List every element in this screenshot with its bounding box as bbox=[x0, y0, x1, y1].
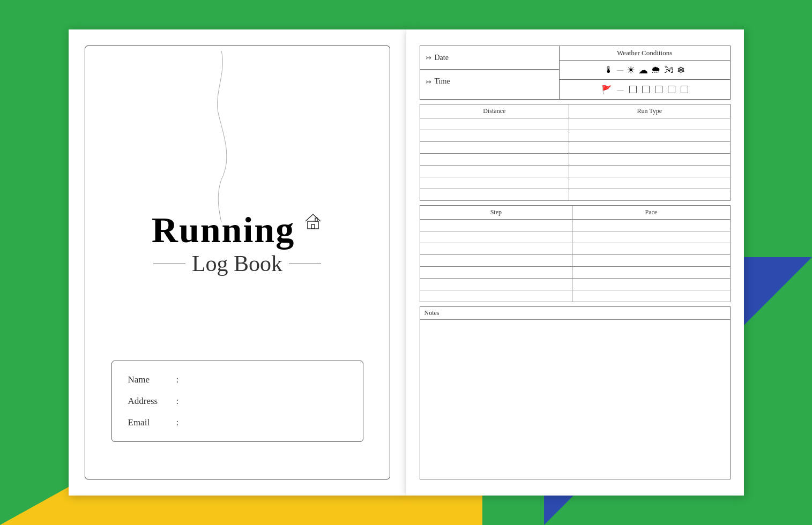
table-row bbox=[420, 231, 730, 243]
rain-icon: 🌧 bbox=[651, 64, 661, 76]
step-cell[interactable] bbox=[420, 231, 572, 243]
table-row bbox=[420, 220, 730, 231]
distance-cell[interactable] bbox=[420, 154, 569, 166]
date-arrow: ↣ bbox=[426, 54, 431, 62]
flag-icon: 🚩 bbox=[601, 85, 612, 95]
runtype-cell[interactable] bbox=[569, 154, 730, 166]
distance-cell[interactable] bbox=[420, 177, 569, 189]
weather-title: Weather Conditions bbox=[560, 46, 730, 61]
table-row bbox=[420, 189, 730, 201]
table-row bbox=[420, 267, 730, 279]
runtype-cell[interactable] bbox=[569, 142, 730, 154]
time-row: ↣ Time bbox=[420, 70, 559, 93]
weather-checkbox-2[interactable] bbox=[642, 86, 650, 93]
step-cell[interactable] bbox=[420, 290, 572, 302]
address-field: Address : bbox=[128, 396, 347, 407]
dash-1: — bbox=[617, 66, 623, 74]
table-row bbox=[420, 177, 730, 189]
pace-cell[interactable] bbox=[572, 279, 730, 290]
pace-cell[interactable] bbox=[572, 231, 730, 243]
distance-col-header: Distance bbox=[420, 104, 569, 118]
pace-cell[interactable] bbox=[572, 290, 730, 302]
table-row bbox=[420, 255, 730, 267]
name-field: Name : bbox=[128, 374, 347, 385]
table-row bbox=[420, 243, 730, 255]
runtype-cell[interactable] bbox=[569, 166, 730, 177]
date-time-column: ↣ Date ↣ Time bbox=[420, 46, 560, 99]
info-box: Name : Address : Email : bbox=[111, 361, 363, 442]
table-row bbox=[420, 130, 730, 142]
notes-body[interactable] bbox=[420, 320, 730, 479]
weather-checkbox-1[interactable] bbox=[629, 86, 637, 93]
distance-cell[interactable] bbox=[420, 166, 569, 177]
pace-cell[interactable] bbox=[572, 220, 730, 231]
thermometer-icon: 🌡 bbox=[604, 64, 614, 76]
name-separator: : bbox=[176, 374, 179, 385]
name-label: Name bbox=[128, 374, 176, 385]
dash-2: — bbox=[617, 86, 624, 94]
svg-rect-2 bbox=[315, 218, 317, 221]
table-row bbox=[420, 290, 730, 302]
email-field: Email : bbox=[128, 417, 347, 428]
running-title: Running bbox=[152, 212, 323, 248]
running-word: Running bbox=[152, 212, 295, 248]
pace-cell[interactable] bbox=[572, 255, 730, 267]
right-page-log: ↣ Date ↣ Time Weather Conditions 🌡 — ☀ ☁… bbox=[406, 29, 744, 496]
sunny-icon: ☀ bbox=[627, 64, 635, 76]
weather-checkboxes-row: 🚩 — bbox=[560, 80, 730, 99]
step-cell[interactable] bbox=[420, 220, 572, 231]
time-arrow: ↣ bbox=[426, 78, 431, 86]
distance-cell[interactable] bbox=[420, 118, 569, 130]
distance-cell[interactable] bbox=[420, 142, 569, 154]
table-row bbox=[420, 166, 730, 177]
notes-section: Notes bbox=[420, 306, 731, 479]
distance-cell[interactable] bbox=[420, 189, 569, 201]
date-row: ↣ Date bbox=[420, 46, 559, 70]
decorative-wavy-line bbox=[208, 51, 235, 222]
address-label: Address bbox=[128, 396, 176, 407]
svg-rect-0 bbox=[308, 221, 318, 229]
svg-rect-1 bbox=[311, 224, 315, 229]
logbook-text: Log Book bbox=[192, 251, 282, 276]
step-cell[interactable] bbox=[420, 267, 572, 279]
weather-checkbox-4[interactable] bbox=[668, 86, 675, 93]
top-section: ↣ Date ↣ Time Weather Conditions 🌡 — ☀ ☁… bbox=[420, 46, 731, 100]
weather-checkbox-3[interactable] bbox=[655, 86, 662, 93]
step-cell[interactable] bbox=[420, 279, 572, 290]
distance-cell[interactable] bbox=[420, 130, 569, 142]
table-row bbox=[420, 118, 730, 130]
email-separator: : bbox=[176, 417, 179, 428]
table-row bbox=[420, 279, 730, 290]
table-row bbox=[420, 142, 730, 154]
snow-icon: ❄ bbox=[677, 64, 685, 76]
weather-checkbox-5[interactable] bbox=[681, 86, 688, 93]
cover-title-area: Running Log Book bbox=[69, 212, 406, 276]
weather-icons-row: 🌡 — ☀ ☁ 🌧 🌬 ❄ bbox=[560, 61, 730, 80]
pace-cell[interactable] bbox=[572, 267, 730, 279]
runtype-col-header: Run Type bbox=[569, 104, 730, 118]
wind-icon: 🌬 bbox=[664, 64, 674, 76]
left-page-cover: Running Log Book Name : Addr bbox=[69, 29, 406, 496]
cloud-icon: ☁ bbox=[638, 64, 648, 76]
distance-runtype-table: Distance Run Type bbox=[420, 104, 731, 201]
pace-cell[interactable] bbox=[572, 243, 730, 255]
runtype-cell[interactable] bbox=[569, 177, 730, 189]
pages-container: Running Log Book Name : Addr bbox=[69, 29, 744, 496]
runtype-cell[interactable] bbox=[569, 118, 730, 130]
runtype-cell[interactable] bbox=[569, 189, 730, 201]
runtype-cell[interactable] bbox=[569, 130, 730, 142]
pace-col-header: Pace bbox=[572, 206, 730, 220]
weather-column: Weather Conditions 🌡 — ☀ ☁ 🌧 🌬 ❄ 🚩 — bbox=[560, 46, 730, 99]
email-label: Email bbox=[128, 417, 176, 428]
time-label: Time bbox=[435, 77, 450, 86]
step-cell[interactable] bbox=[420, 255, 572, 267]
logbook-subtitle: Log Book bbox=[153, 251, 321, 276]
address-separator: : bbox=[176, 396, 179, 407]
table-row bbox=[420, 154, 730, 166]
date-label: Date bbox=[435, 54, 449, 62]
step-cell[interactable] bbox=[420, 243, 572, 255]
step-pace-table: Step Pace bbox=[420, 205, 731, 302]
notes-header: Notes bbox=[420, 307, 730, 320]
step-col-header: Step bbox=[420, 206, 572, 220]
house-icon bbox=[303, 212, 323, 231]
